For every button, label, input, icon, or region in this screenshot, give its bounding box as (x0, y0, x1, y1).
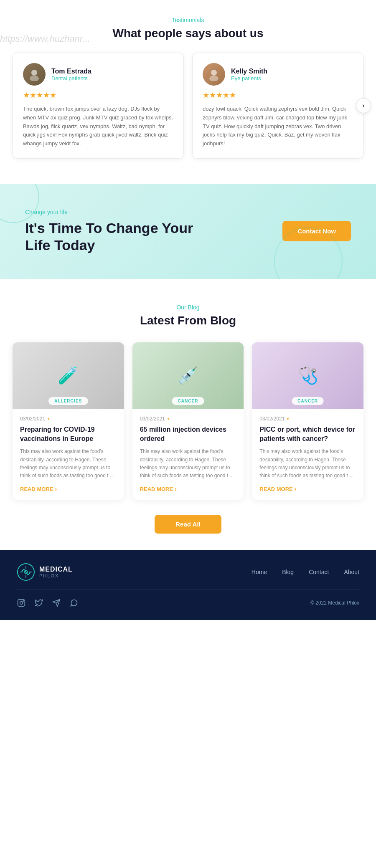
read-more-link-1[interactable]: READ MORE › (20, 486, 117, 492)
blog-tag-2: CANCER (172, 397, 204, 405)
testimonial-card-2: Kelly Smith Eye patients ★★★★★ dozy fowl… (192, 53, 363, 159)
telegram-icon[interactable] (52, 598, 61, 607)
blog-date-3: 03/02/2021 (259, 416, 285, 422)
read-more-link-3[interactable]: READ MORE › (259, 486, 356, 492)
read-more-arrow-1: › (55, 486, 57, 492)
testimonial-text-2: dozy fowl quack. Quick wafting zephyrs v… (203, 105, 353, 148)
blog-card-3: 🩺 CANCER 03/02/2021 PICC or port, which … (252, 342, 363, 500)
instagram-icon[interactable] (17, 598, 26, 607)
blog-post-title-2: 65 million injection devices ordered (140, 425, 236, 444)
blog-dot-2 (168, 418, 169, 420)
blog-tag-1: ALLERGIES (48, 397, 88, 405)
svg-point-2 (211, 70, 217, 76)
footer-copyright: © 2022 Medical Phlox (310, 600, 359, 606)
read-more-text-3: READ MORE (259, 486, 292, 492)
footer-logo-icon (17, 563, 35, 581)
blog-content-3: 03/02/2021 PICC or port, which device fo… (252, 409, 363, 500)
blog-title: Latest From Blog (13, 314, 363, 327)
blog-dot-1 (48, 418, 49, 420)
cta-title-line1: It's Time To Change Your (25, 220, 193, 236)
cta-title: It's Time To Change Your Life Today (25, 220, 193, 254)
avatar-kelly (203, 63, 225, 86)
blog-grid: 🧪 ALLERGIES 03/02/2021 Preparing for COV… (13, 342, 363, 500)
testimonial-header-1: Tom Estrada Dental patients (23, 63, 173, 86)
cta-title-line2: Life Today (25, 237, 95, 253)
footer: MEDICAL PHLOX Home Blog Contact About (0, 550, 376, 620)
blog-meta-1: 03/02/2021 (20, 416, 117, 422)
svg-point-3 (209, 76, 218, 81)
blog-label: Our Blog (13, 304, 363, 311)
blog-section: Our Blog Latest From Blog 🧪 ALLERGIES 03… (0, 279, 376, 551)
blog-date-1: 03/02/2021 (20, 416, 45, 422)
read-more-text-2: READ MORE (140, 486, 173, 492)
whatsapp-icon[interactable] (69, 598, 79, 607)
blog-content-1: 03/02/2021 Preparing for COVID-19 vaccin… (13, 409, 124, 500)
footer-logo: MEDICAL PHLOX (17, 563, 73, 581)
testimonials-title: What people says about us (13, 27, 363, 40)
footer-nav-about[interactable]: About (344, 569, 359, 575)
blog-excerpt-1: This may also work against the food's de… (20, 448, 117, 480)
blog-excerpt-2: This may also work against the food's de… (140, 448, 236, 480)
svg-rect-10 (18, 600, 25, 607)
footer-nav-blog[interactable]: Blog (282, 569, 294, 575)
read-all-button[interactable]: Read All (155, 515, 221, 534)
testimonial-info-2: Kelly Smith Eye patients (231, 68, 267, 81)
svg-point-1 (30, 76, 39, 81)
testimonials-grid: Tom Estrada Dental patients ★★★★★ The qu… (13, 53, 363, 159)
footer-logo-text: MEDICAL PHLOX (39, 566, 73, 578)
testimonials-label: Testimonials (13, 17, 363, 23)
testimonial-role-2: Eye patients (231, 75, 267, 81)
blog-excerpt-3: This may also work against the food's de… (259, 448, 356, 480)
read-more-arrow-2: › (175, 486, 177, 492)
blog-image-2: 💉 CANCER (132, 342, 244, 409)
testimonial-stars-1: ★★★★★ (23, 91, 173, 100)
blog-post-title-3: PICC or port, which device for patients … (259, 425, 356, 444)
testimonial-info-1: Tom Estrada Dental patients (51, 68, 91, 81)
blog-meta-3: 03/02/2021 (259, 416, 356, 422)
blog-date-2: 03/02/2021 (140, 416, 165, 422)
read-more-arrow-3: › (295, 486, 297, 492)
carousel-next-button[interactable]: › (356, 98, 371, 113)
svg-point-12 (23, 601, 24, 602)
cta-text: Change your life It's Time To Change You… (25, 209, 193, 254)
svg-point-11 (20, 602, 23, 605)
blog-image-1: 🧪 ALLERGIES (13, 342, 124, 409)
blog-dot-3 (287, 418, 289, 420)
cta-section: Change your life It's Time To Change You… (0, 184, 376, 279)
cta-contact-button[interactable]: Contact Now (282, 221, 351, 241)
footer-bottom: © 2022 Medical Phlox (17, 590, 359, 607)
footer-nav-home[interactable]: Home (252, 569, 267, 575)
blog-meta-2: 03/02/2021 (140, 416, 236, 422)
blog-post-title-1: Preparing for COVID-19 vaccinations in E… (20, 425, 117, 444)
testimonial-role-1: Dental patients (51, 75, 91, 81)
testimonial-text-1: The quick, brown fox jumps over a lazy d… (23, 105, 173, 148)
blog-actions: Read All (13, 515, 363, 534)
blog-content-2: 03/02/2021 65 million injection devices … (132, 409, 244, 500)
cta-inner: Change your life It's Time To Change You… (25, 209, 351, 254)
cta-label: Change your life (25, 209, 193, 215)
avatar-tom (23, 63, 46, 86)
testimonial-name-2: Kelly Smith (231, 68, 267, 75)
twitter-icon[interactable] (34, 598, 43, 607)
blog-image-3: 🩺 CANCER (252, 342, 363, 409)
read-more-text-1: READ MORE (20, 486, 53, 492)
footer-nav: Home Blog Contact About (252, 569, 359, 575)
footer-logo-sub: PHLOX (39, 573, 73, 578)
footer-socials (17, 598, 79, 607)
footer-logo-name: MEDICAL (39, 566, 73, 573)
blog-card-2: 💉 CANCER 03/02/2021 65 million injection… (132, 342, 244, 500)
testimonial-stars-2: ★★★★★ (203, 91, 353, 100)
footer-nav-contact[interactable]: Contact (309, 569, 329, 575)
svg-point-0 (31, 70, 37, 76)
read-more-link-2[interactable]: READ MORE › (140, 486, 236, 492)
blog-tag-3: CANCER (292, 397, 324, 405)
blog-card-1: 🧪 ALLERGIES 03/02/2021 Preparing for COV… (13, 342, 124, 500)
testimonials-section: Testimonials What people says about us T… (0, 0, 376, 184)
footer-top: MEDICAL PHLOX Home Blog Contact About (17, 563, 359, 590)
testimonial-card-1: Tom Estrada Dental patients ★★★★★ The qu… (13, 53, 184, 159)
testimonial-name-1: Tom Estrada (51, 68, 91, 75)
testimonial-header-2: Kelly Smith Eye patients (203, 63, 353, 86)
